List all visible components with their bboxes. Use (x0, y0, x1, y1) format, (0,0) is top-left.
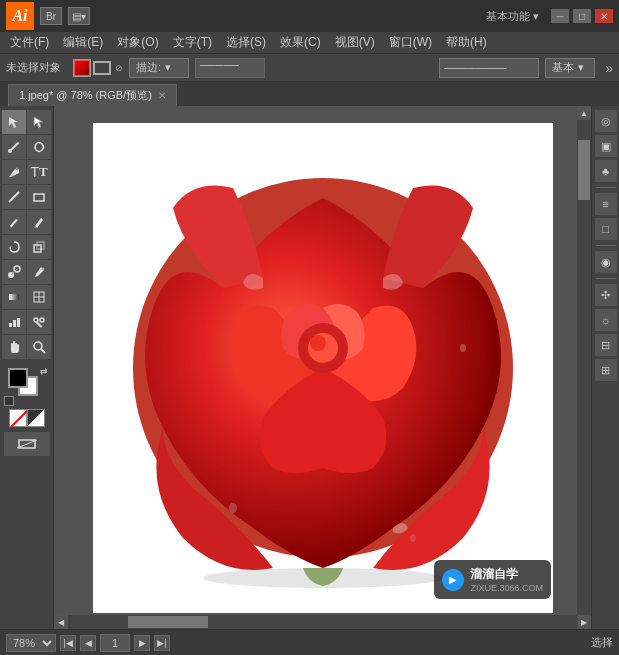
svg-point-38 (460, 344, 466, 352)
pen-tool[interactable] (2, 160, 26, 184)
gradient-tool[interactable] (2, 285, 26, 309)
chart-row (2, 310, 51, 334)
paintbrush-tool[interactable] (2, 210, 26, 234)
nav-prev-button[interactable]: ◀ (80, 635, 96, 651)
svg-line-6 (9, 192, 19, 202)
assets-button[interactable]: ◉ (595, 251, 617, 273)
panel-divider-1 (596, 187, 616, 188)
menu-object[interactable]: 对象(O) (111, 32, 164, 53)
align-button[interactable]: ⊟ (595, 334, 617, 356)
color-panel-button[interactable]: ◎ (595, 110, 617, 132)
rotate-row (2, 235, 51, 259)
type-tool[interactable]: T T (27, 160, 51, 184)
stroke-none-icon: ⊘ (115, 63, 123, 73)
maximize-button[interactable]: □ (573, 9, 591, 23)
lasso-tool[interactable] (27, 135, 51, 159)
art-brush-btn[interactable] (4, 432, 50, 456)
br-badge: Br (40, 7, 62, 25)
fill-indicator[interactable] (8, 368, 28, 388)
nav-first-button[interactable]: |◀ (60, 635, 76, 651)
menu-window[interactable]: 窗口(W) (383, 32, 438, 53)
appearance-button[interactable]: ☼ (595, 309, 617, 331)
scroll-up-button[interactable]: ▲ (577, 106, 591, 120)
mesh-tool[interactable] (27, 285, 51, 309)
white-fill-box[interactable] (9, 409, 27, 427)
scale-tool[interactable] (27, 235, 51, 259)
svg-point-37 (410, 534, 416, 542)
scissors-tool[interactable] (27, 310, 51, 334)
options-extend[interactable]: » (605, 60, 613, 76)
scroll-left-button[interactable]: ◀ (54, 615, 68, 629)
svg-line-27 (41, 349, 45, 353)
stroke-width-input[interactable]: ───── (195, 58, 265, 78)
page-number-input[interactable] (100, 634, 130, 652)
svg-rect-15 (9, 294, 19, 300)
svg-rect-20 (13, 320, 16, 327)
tab-bar: 1.jpeg* @ 78% (RGB/预览) ✕ (0, 82, 619, 106)
stroke-style-selector[interactable]: ──────── (439, 58, 539, 78)
white-canvas[interactable] (93, 123, 553, 613)
layers-button[interactable]: ≡ (595, 193, 617, 215)
libraries-button[interactable]: ▣ (595, 135, 617, 157)
scroll-right-button[interactable]: ▶ (577, 615, 591, 629)
svg-point-5 (16, 168, 19, 171)
menu-effect[interactable]: 效果(C) (274, 32, 327, 53)
nav-next-button[interactable]: ▶ (134, 635, 150, 651)
stroke-label-btn[interactable]: 描边: ▾ (129, 58, 189, 78)
gradient-fill-box[interactable] (27, 409, 45, 427)
pathfinder-button[interactable]: ⊞ (595, 359, 617, 381)
selection-tool[interactable] (2, 110, 26, 134)
stroke-color[interactable] (93, 61, 111, 75)
menu-help[interactable]: 帮助(H) (440, 32, 493, 53)
artboards-button[interactable]: □ (595, 218, 617, 240)
pencil-tool[interactable] (27, 210, 51, 234)
zoom-tool[interactable] (27, 335, 51, 359)
rotate-tool[interactable] (2, 235, 26, 259)
menu-edit[interactable]: 编辑(E) (57, 32, 109, 53)
direct-selection-tool[interactable] (27, 110, 51, 134)
horizontal-scrollbar: ◀ ▶ (54, 615, 591, 629)
panel-divider-2 (596, 245, 616, 246)
swap-colors-icon[interactable]: ⇄ (40, 366, 48, 376)
svg-rect-19 (9, 323, 12, 327)
document-tab[interactable]: 1.jpeg* @ 78% (RGB/预览) ✕ (8, 84, 177, 106)
zoom-select[interactable]: 78% 50% 100% (6, 634, 56, 652)
nav-last-button[interactable]: ▶| (154, 635, 170, 651)
magic-wand-tool[interactable]: ✦ (2, 135, 26, 159)
h-scroll-track (68, 615, 577, 629)
default-colors-icon[interactable] (4, 396, 14, 406)
line-tool[interactable] (2, 185, 26, 209)
chart-tool[interactable] (2, 310, 26, 334)
canvas-area: ▲ ▼ ◀ ▶ ▶ 溜溜自学 ZIXUE.3066.COM (54, 106, 591, 629)
arrange-dropdown[interactable]: ▤▾ (68, 7, 90, 25)
mode-dropdown[interactable]: 基本 ▾ (545, 58, 595, 78)
svg-line-29 (17, 440, 37, 448)
tab-close-button[interactable]: ✕ (158, 90, 166, 101)
minimize-button[interactable]: ─ (551, 9, 569, 23)
status-text: 选择 (591, 635, 613, 650)
menu-select[interactable]: 选择(S) (220, 32, 272, 53)
eyedropper-tool[interactable] (27, 260, 51, 284)
blend-row (2, 260, 51, 284)
menu-view[interactable]: 视图(V) (329, 32, 381, 53)
title-bar: Ai Br ▤▾ 基本功能 ▾ ─ □ ✕ (0, 0, 619, 32)
left-toolbar: ✦ T T (0, 106, 54, 629)
title-mode[interactable]: 基本功能 ▾ (486, 9, 539, 24)
transform-button[interactable]: ✣ (595, 284, 617, 306)
h-scroll-thumb[interactable] (128, 616, 208, 628)
menu-type[interactable]: 文字(T) (167, 32, 218, 53)
shape-tool[interactable] (27, 185, 51, 209)
svg-marker-8 (9, 246, 11, 250)
properties-button[interactable]: ♣ (595, 160, 617, 182)
menu-file[interactable]: 文件(F) (4, 32, 55, 53)
blend-tool[interactable] (2, 260, 26, 284)
hand-tool[interactable] (2, 335, 26, 359)
brush-row (2, 210, 51, 234)
svg-point-14 (42, 268, 45, 271)
magic-lasso-row: ✦ (2, 135, 51, 159)
watermark-play-icon: ▶ (442, 569, 464, 591)
scroll-thumb[interactable] (578, 140, 590, 200)
watermark-cn-text: 溜溜自学 (470, 566, 543, 583)
close-button[interactable]: ✕ (595, 9, 613, 23)
fill-color[interactable] (73, 59, 91, 77)
